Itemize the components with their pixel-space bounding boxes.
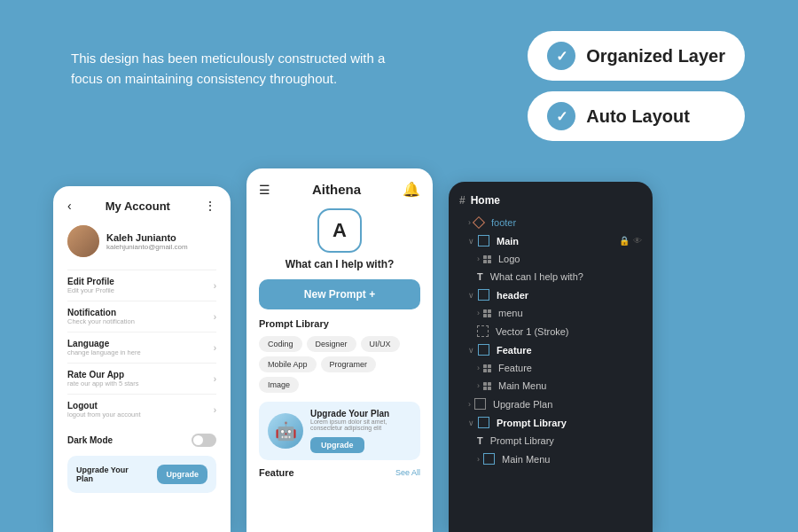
layer-feature-section[interactable]: ∨ Feature xyxy=(449,340,653,359)
chevron-icon: › xyxy=(214,405,216,415)
layer-logo[interactable]: › Logo xyxy=(449,250,653,268)
dark-mode-toggle[interactable] xyxy=(192,434,216,447)
header-label: header xyxy=(497,290,528,301)
main-menu-pl-label: Main Menu xyxy=(502,454,550,465)
see-all-link[interactable]: See All xyxy=(395,468,420,477)
tag-programer[interactable]: Programer xyxy=(321,356,377,372)
edit-profile-label: Edit Profile xyxy=(67,277,114,286)
layer-feature-item[interactable]: › Feature xyxy=(449,359,653,377)
tag-image[interactable]: Image xyxy=(259,377,299,393)
menu-notification[interactable]: Notification Check your notification › xyxy=(67,301,216,332)
layer-footer[interactable]: › footer xyxy=(449,214,653,231)
layer-main-menu-feature[interactable]: › Main Menu xyxy=(449,377,653,395)
screen2-header: ☰ Aithena 🔔 xyxy=(259,181,420,198)
new-prompt-button[interactable]: New Prompt + xyxy=(259,279,420,309)
profile-info: Kaleh Junianto kalehjunianto@gmail.com xyxy=(106,232,188,251)
layer-main-menu-pl[interactable]: › Main Menu xyxy=(449,450,653,468)
check-icon-2: ✓ xyxy=(547,102,575,130)
frame-icon-mm-pl xyxy=(483,453,495,465)
menu-label: menu xyxy=(498,308,523,318)
logo-label: Logo xyxy=(498,254,520,264)
screen-aithena: ☰ Aithena 🔔 A What can I help with? New … xyxy=(246,168,433,532)
upgrade-section: Upgrade YourPlan Upgrade xyxy=(67,456,216,493)
notification-sub: Check your notification xyxy=(67,317,135,325)
bell-icon[interactable]: 🔔 xyxy=(403,181,420,198)
grid-icon xyxy=(483,255,491,263)
back-icon[interactable]: ‹ xyxy=(67,199,72,213)
main-menu-label: Main Menu xyxy=(498,380,546,391)
tag-coding[interactable]: Coding xyxy=(259,336,302,352)
upgrade-card: 🤖 Upgrade Your Plan Lorem ipsum dolor si… xyxy=(259,402,420,460)
chevron-icon: › xyxy=(214,281,216,291)
dark-mode-label: Dark Mode xyxy=(67,435,113,445)
profile-name: Kaleh Junianto xyxy=(106,232,188,243)
screens-container: ‹ My Account ⋮ Kaleh Junianto kalehjunia… xyxy=(53,168,653,532)
menu-language[interactable]: Language change language in here › xyxy=(67,332,216,363)
organized-layer-label: Organized Layer xyxy=(586,46,725,66)
tag-mobile[interactable]: Mobile App xyxy=(259,356,317,372)
screen-my-account: ‹ My Account ⋮ Kaleh Junianto kalehjunia… xyxy=(53,186,231,532)
vector-label: Vector 1 (Stroke) xyxy=(496,326,569,337)
auto-layout-badge: ✓ Auto Layout xyxy=(528,91,745,141)
lock-icon: 🔒 xyxy=(619,236,630,246)
upgrade-card-sub: Lorem ipsum dolor sit amet, consectetur … xyxy=(310,419,411,431)
eye-icon: 👁 xyxy=(633,236,642,246)
layer-prompt-library-text[interactable]: T Prompt Library xyxy=(449,432,653,450)
grid-hash-icon: # xyxy=(459,194,466,207)
upgrade-card-text: Upgrade Your Plan Lorem ipsum dolor sit … xyxy=(310,409,411,453)
grid-icon-mm xyxy=(483,382,491,390)
diamond-icon xyxy=(473,216,485,229)
logout-sub: logout from your account xyxy=(67,411,141,419)
screen1-title: My Account xyxy=(106,200,170,213)
profile-row: Kaleh Junianto kalehjunianto@gmail.com xyxy=(67,225,216,257)
prompt-library-text-label: Prompt Library xyxy=(490,435,554,446)
text-t-icon: T xyxy=(477,271,483,282)
what-can-label: What can I help with? xyxy=(490,271,583,282)
prompt-library-layer-label: Prompt Library xyxy=(497,418,567,428)
prompt-library-title: Prompt Library xyxy=(259,318,420,329)
description-text: This design has been meticulously constr… xyxy=(71,49,417,89)
menu-rate-app[interactable]: Rate Our App rate our app with 5 stars › xyxy=(67,363,216,394)
auto-layout-label: Auto Layout xyxy=(586,106,690,127)
toggle-knob xyxy=(193,435,203,445)
rate-app-sub: rate our app with 5 stars xyxy=(67,379,138,387)
organized-layer-badge: ✓ Organized Layer xyxy=(528,31,745,81)
upgrade-button[interactable]: Upgrade xyxy=(157,465,207,484)
vector-icon xyxy=(477,325,489,337)
ai-logo: A xyxy=(317,208,362,253)
upgrade-card-button[interactable]: Upgrade xyxy=(310,437,364,453)
layer-what-can[interactable]: T What can I help with? xyxy=(449,268,653,286)
frame-icon-pl xyxy=(478,417,489,428)
tag-designer[interactable]: Designer xyxy=(307,336,356,352)
dark-mode-row: Dark Mode xyxy=(67,434,216,447)
menu-edit-profile[interactable]: Edit Profile Edit your Profile › xyxy=(67,270,216,301)
screen-layers: # Home › footer ∨ Main 🔒 👁 › xyxy=(449,182,653,532)
hamburger-icon[interactable]: ☰ xyxy=(259,183,270,197)
tags-container: Coding Designer UI/UX Mobile App Program… xyxy=(259,336,420,393)
tag-uiux[interactable]: UI/UX xyxy=(361,336,400,352)
badges-container: ✓ Organized Layer ✓ Auto Layout xyxy=(528,31,745,141)
more-icon[interactable]: ⋮ xyxy=(204,199,216,213)
chevron-icon: › xyxy=(214,312,216,322)
grid-icon-feature xyxy=(483,364,491,372)
menu-logout[interactable]: Logout logout from your account › xyxy=(67,394,216,425)
layer-vector[interactable]: Vector 1 (Stroke) xyxy=(449,322,653,340)
frame-icon-header xyxy=(478,289,489,301)
chevron-icon: › xyxy=(214,374,216,384)
layer-menu[interactable]: › menu xyxy=(449,304,653,322)
layer-header[interactable]: ∨ header xyxy=(449,286,653,304)
layers-header: # Home xyxy=(449,191,653,214)
logout-label: Logout xyxy=(67,401,141,411)
upgrade-card-title: Upgrade Your Plan xyxy=(310,409,411,419)
feature-section-label: Feature xyxy=(497,345,532,356)
feature-label: Feature xyxy=(259,467,294,478)
grid-icon-menu xyxy=(483,309,491,317)
layer-upgrade-plan[interactable]: › Upgrade Plan xyxy=(449,395,653,413)
avatar xyxy=(67,225,99,257)
layer-main[interactable]: ∨ Main 🔒 👁 xyxy=(449,231,653,250)
feature-item-label: Feature xyxy=(498,363,532,373)
upgrade-plan-layer-label: Upgrade Plan xyxy=(493,399,552,410)
notification-label: Notification xyxy=(67,308,135,317)
layer-prompt-library[interactable]: ∨ Prompt Library xyxy=(449,413,653,432)
rect-icon xyxy=(474,398,486,410)
